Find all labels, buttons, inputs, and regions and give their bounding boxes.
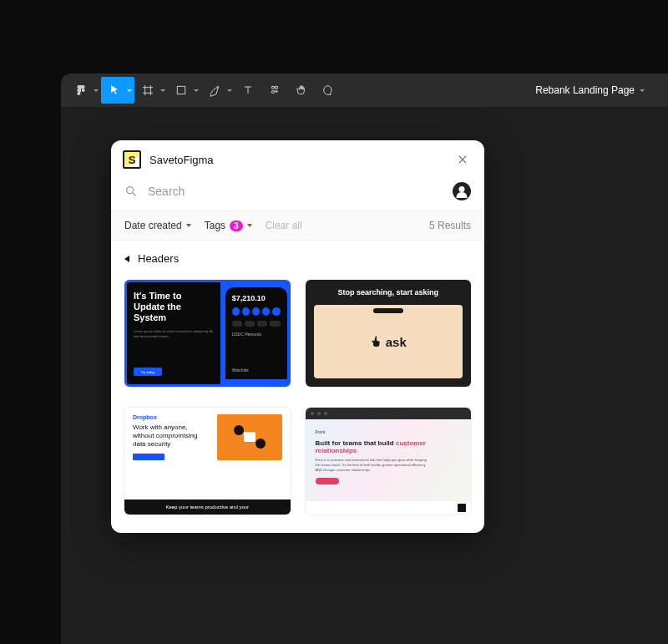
resources-tool[interactable] bbox=[261, 77, 288, 104]
menu-button[interactable] bbox=[68, 77, 101, 104]
savetofigma-plugin-panel: S SavetoFigma Date created Tags 3 Clear … bbox=[111, 140, 484, 533]
hand-icon bbox=[295, 84, 308, 97]
svg-point-3 bbox=[234, 425, 244, 435]
svg-rect-2 bbox=[244, 432, 256, 442]
phone-mockup: $7,210.10 USDC Rewords Watchlist bbox=[225, 287, 287, 379]
account-avatar[interactable] bbox=[453, 182, 471, 200]
card-logo: ask bbox=[370, 335, 407, 349]
cursor-icon bbox=[108, 84, 121, 97]
category-header[interactable]: Headers bbox=[111, 241, 484, 276]
plugin-title-wrap: S SavetoFigma bbox=[123, 150, 214, 169]
front-logo-icon bbox=[458, 504, 466, 512]
results-count: 5 Results bbox=[429, 220, 471, 231]
frame-tool[interactable] bbox=[134, 77, 168, 104]
figma-logo-icon bbox=[74, 84, 88, 97]
pen-icon bbox=[208, 84, 221, 97]
result-card[interactable]: Dropbox Work with anyone, without compro… bbox=[124, 408, 291, 515]
text-tool[interactable] bbox=[235, 77, 261, 104]
phone-dots bbox=[232, 307, 281, 316]
svg-point-1 bbox=[127, 187, 134, 194]
card-brand: Front bbox=[316, 429, 462, 434]
browser-chrome bbox=[306, 408, 472, 419]
chevron-down-icon bbox=[186, 224, 191, 227]
chevron-down-icon bbox=[247, 224, 252, 227]
pen-tool[interactable] bbox=[201, 77, 235, 104]
plugin-header: S SavetoFigma bbox=[111, 140, 484, 177]
sort-label: Date created bbox=[124, 220, 182, 231]
toolbar-tools bbox=[68, 74, 342, 107]
collaboration-illustration-icon bbox=[229, 420, 271, 454]
chevron-down-icon bbox=[640, 89, 645, 92]
tags-dropdown[interactable]: Tags 3 bbox=[205, 220, 252, 231]
card-top: Dropbox Work with anyone, without compro… bbox=[124, 408, 291, 464]
svg-point-4 bbox=[256, 439, 266, 449]
result-card[interactable]: Stop searching, start asking ask bbox=[306, 280, 472, 387]
card-body: Front Built for teams that build custome… bbox=[306, 419, 472, 501]
comment-icon bbox=[321, 84, 335, 97]
shape-tool[interactable] bbox=[168, 77, 201, 104]
search-icon bbox=[124, 185, 138, 198]
plugin-logo-icon: S bbox=[123, 150, 141, 169]
document-title: Rebank Landing Page bbox=[535, 84, 635, 96]
card-title: Built for teams that build customer rela… bbox=[316, 439, 462, 454]
result-card[interactable]: Front Built for teams that build custome… bbox=[306, 408, 472, 515]
card-illustration bbox=[217, 414, 282, 460]
result-card[interactable]: It's Time to Update the System Lorem ips… bbox=[124, 280, 291, 387]
phone-balance: $7,210.10 bbox=[232, 294, 281, 302]
search-field-wrap bbox=[124, 185, 443, 198]
card-hero-text: It's Time to Update the System Lorem ips… bbox=[127, 282, 220, 384]
tags-count-badge: 3 bbox=[230, 221, 243, 231]
back-icon bbox=[124, 256, 129, 262]
phone-chips bbox=[232, 321, 281, 327]
resources-icon bbox=[268, 84, 281, 97]
card-brand: Dropbox bbox=[133, 414, 210, 420]
card-illustration: $7,210.10 USDC Rewords Watchlist bbox=[220, 282, 291, 384]
frame-icon bbox=[141, 84, 154, 97]
search-input[interactable] bbox=[148, 185, 443, 198]
card-hero-text: Dropbox Work with anyone, without compro… bbox=[133, 414, 210, 460]
card-hero: ask bbox=[314, 305, 463, 378]
clear-all-button[interactable]: Clear all bbox=[266, 220, 302, 231]
close-button[interactable] bbox=[454, 151, 471, 168]
document-title-dropdown[interactable]: Rebank Landing Page bbox=[535, 84, 661, 96]
hand-tool[interactable] bbox=[288, 77, 315, 104]
filter-controls: Date created Tags 3 Clear all bbox=[124, 220, 302, 231]
tags-label: Tags bbox=[205, 220, 225, 231]
card-title: Work with anyone, without compromising d… bbox=[133, 423, 210, 449]
card-cta-button: Try today bbox=[134, 368, 162, 376]
hand-pointing-icon bbox=[370, 335, 383, 348]
card-footer-text: Keep your teams productive and your bbox=[124, 499, 291, 515]
card-footer bbox=[306, 501, 472, 515]
figma-toolbar: Rebank Landing Page bbox=[61, 74, 668, 107]
card-cta-button bbox=[316, 478, 339, 484]
comment-tool[interactable] bbox=[315, 77, 342, 104]
move-tool[interactable] bbox=[101, 77, 134, 104]
svg-rect-0 bbox=[177, 86, 185, 94]
card-body-text: Front is a customer communications hub t… bbox=[316, 458, 433, 473]
card-cta-button bbox=[133, 454, 164, 460]
phone-section-label: USDC Rewords bbox=[232, 332, 281, 337]
category-label: Headers bbox=[138, 252, 179, 265]
plugin-title: SavetoFigma bbox=[149, 154, 214, 166]
card-title: It's Time to Update the System bbox=[134, 291, 214, 324]
search-row bbox=[111, 177, 484, 210]
card-body-text: Lorem ipsum dolor sit amet consectetur a… bbox=[134, 329, 214, 339]
filter-row: Date created Tags 3 Clear all 5 Results bbox=[111, 210, 484, 241]
text-icon bbox=[241, 84, 255, 97]
results-grid: It's Time to Update the System Lorem ips… bbox=[111, 276, 484, 533]
close-icon bbox=[457, 154, 468, 165]
phone-watchlist: Watchlist bbox=[232, 368, 281, 373]
rectangle-icon bbox=[175, 84, 188, 97]
sort-dropdown[interactable]: Date created bbox=[124, 220, 191, 231]
browser-pill-icon bbox=[373, 308, 403, 313]
card-title: Stop searching, start asking bbox=[337, 288, 438, 297]
